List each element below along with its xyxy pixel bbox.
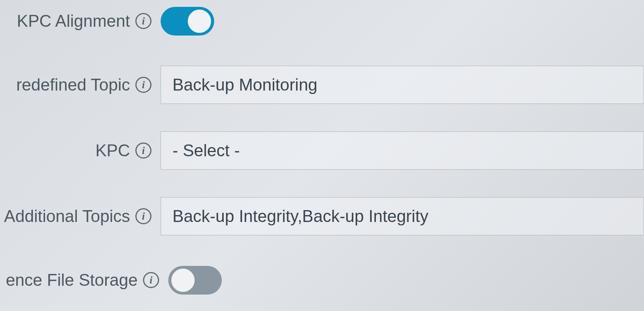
row-predefined-topic: redefined Topic i Back-up Monitoring [0,66,644,104]
control-cell-file-storage [168,266,644,295]
row-additional-topics: Additional Topics i Back-up Integrity,Ba… [0,197,644,235]
label-kpc-alignment: KPC Alignment [17,11,130,31]
select-value-kpc: - Select - [172,141,240,160]
label-cell-file-storage: ence File Storage i [0,271,168,290]
control-cell-kpc-alignment [161,7,644,36]
toggle-file-storage[interactable] [168,266,222,295]
label-cell-kpc: KPC i [0,141,161,160]
info-icon[interactable]: i [135,143,151,159]
label-additional-topics: Additional Topics [4,207,130,226]
label-cell-predefined-topic: redefined Topic i [0,75,161,94]
control-cell-additional-topics: Back-up Integrity,Back-up Integrity [161,197,644,235]
control-cell-predefined-topic: Back-up Monitoring [161,66,644,104]
label-predefined-topic: redefined Topic [16,75,130,94]
toggle-knob [188,10,211,33]
label-cell-additional-topics: Additional Topics i [0,207,161,226]
select-value-predefined-topic: Back-up Monitoring [172,75,317,94]
info-icon[interactable]: i [143,272,159,288]
label-cell-kpc-alignment: KPC Alignment i [0,11,161,31]
select-value-additional-topics: Back-up Integrity,Back-up Integrity [172,207,428,226]
select-kpc[interactable]: - Select - [161,131,644,170]
toggle-kpc-alignment[interactable] [161,7,214,36]
select-additional-topics[interactable]: Back-up Integrity,Back-up Integrity [161,197,644,235]
row-file-storage: ence File Storage i [0,263,644,297]
select-predefined-topic[interactable]: Back-up Monitoring [161,66,644,104]
row-kpc: KPC i - Select - [0,131,644,170]
row-kpc-alignment: KPC Alignment i [0,4,644,38]
control-cell-kpc: - Select - [161,131,644,170]
toggle-knob [171,269,195,292]
label-file-storage: ence File Storage [6,271,138,290]
info-icon[interactable]: i [135,13,151,29]
info-icon[interactable]: i [135,77,151,93]
info-icon[interactable]: i [135,208,151,224]
label-kpc: KPC [96,141,130,160]
